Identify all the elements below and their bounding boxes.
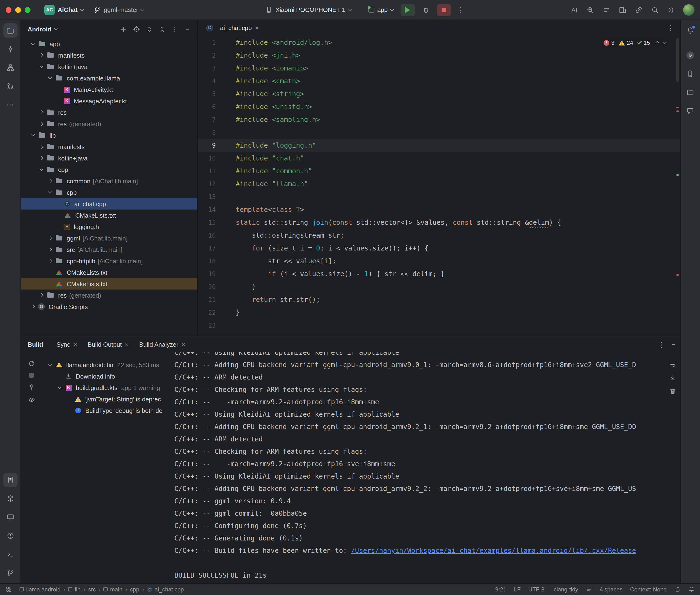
project-toolwindow-button[interactable]: [3, 23, 18, 38]
editor-scrollbar[interactable]: [676, 38, 679, 82]
user-avatar[interactable]: [683, 4, 694, 16]
build-tree-item-buildtype-debug-is-both-de[interactable]: iBuildType 'debug' is both de: [42, 405, 170, 416]
stripe-mark[interactable]: [676, 111, 678, 112]
tree-item-gradle-scripts[interactable]: GGradle Scripts: [21, 301, 197, 312]
debug-button[interactable]: [418, 4, 433, 16]
more-toolwindows-button[interactable]: ⋯: [3, 97, 18, 112]
panel-options-button[interactable]: ⋮: [169, 23, 180, 35]
project-widget[interactable]: AC AiChat: [41, 3, 87, 17]
tree-item-src[interactable]: src [AiChat.lib.main]: [21, 244, 197, 255]
code-line-16[interactable]: 16 std::ostringstream str;: [198, 229, 680, 242]
device-selector[interactable]: Xiaomi POCOPHONE F1: [262, 4, 355, 15]
workspace-grid-icon[interactable]: [6, 586, 12, 592]
caret-position[interactable]: 9:21: [495, 586, 506, 593]
code-line-9[interactable]: 9#include "logging.h": [198, 139, 680, 152]
task-list-button[interactable]: [599, 4, 613, 16]
stripe-mark[interactable]: [676, 274, 678, 276]
editor-tab-ai-chat-cpp[interactable]: C ai_chat.cpp ×: [201, 20, 263, 36]
chevron-down-icon[interactable]: [45, 191, 55, 194]
code-line-15[interactable]: 15static std::string join(const std::vec…: [198, 216, 680, 229]
code-line-6[interactable]: 6#include <unistd.h>: [198, 101, 680, 113]
run-button[interactable]: [400, 4, 415, 16]
commit-toolwindow-button[interactable]: [3, 42, 18, 56]
prev-problem-button[interactable]: [655, 41, 659, 45]
gradle-toolwindow-button[interactable]: G: [683, 48, 697, 62]
tree-item-app[interactable]: app: [21, 38, 197, 50]
breadcrumb-ai-chat-cpp[interactable]: Cai_chat.cpp: [147, 586, 184, 593]
tree-item-cmakelists-txt[interactable]: CMakeLists.txt: [21, 209, 197, 221]
breadcrumb-src[interactable]: src: [88, 586, 96, 593]
chevron-right-icon[interactable]: [45, 179, 55, 182]
build-console[interactable]: C/C++: -- Using KleidiAI optimized kerne…: [170, 352, 680, 583]
tree-item-ggml[interactable]: ggml [AiChat.lib.main]: [21, 232, 197, 244]
code-line-11[interactable]: 11#include "common.h": [198, 165, 680, 178]
build-tab-build-analyzer[interactable]: Build Analyzer×: [134, 338, 190, 350]
settings-button[interactable]: [664, 4, 678, 16]
stop-sync-icon[interactable]: [29, 373, 34, 378]
indent-style[interactable]: 4 spaces: [600, 586, 623, 593]
code-line-2[interactable]: 2#include <jni.h>: [198, 49, 680, 62]
expand-all-button[interactable]: [143, 23, 155, 35]
structure-toolwindow-button[interactable]: [3, 60, 18, 75]
chevron-down-icon[interactable]: [54, 26, 58, 30]
tree-item-logging-h[interactable]: Hlogging.h: [21, 221, 197, 232]
tree-item-cmakelists-txt[interactable]: CMakeLists.txt: [21, 267, 197, 278]
tree-item-kotlin-java[interactable]: kotlin+java: [21, 61, 197, 73]
context-indicator[interactable]: Context: None: [630, 586, 667, 593]
breadcrumb-cpp[interactable]: cpp: [130, 586, 139, 593]
stop-button[interactable]: [437, 4, 451, 16]
tree-item-cmakelists-txt[interactable]: CMakeLists.txt: [21, 278, 197, 289]
vcs-branch-widget[interactable]: ggml-master: [90, 4, 147, 15]
scroll-to-end-icon[interactable]: [669, 374, 676, 381]
chevron-down-icon[interactable]: [28, 134, 38, 137]
tree-item-kotlin-java[interactable]: kotlin+java: [21, 152, 197, 164]
logcat-toolwindow-button[interactable]: [3, 473, 18, 487]
project-view-mode[interactable]: Android: [28, 26, 52, 33]
new-file-button[interactable]: [118, 23, 129, 35]
build-tree-item-jvmtarget-string-is-deprec[interactable]: 'jvmTarget: String' is deprec: [42, 393, 170, 405]
hide-panel-button[interactable]: −: [182, 23, 193, 35]
build-panel-title[interactable]: Build: [28, 341, 43, 348]
build-tab-sync[interactable]: Sync×: [52, 338, 82, 350]
status-notifications-icon[interactable]: [688, 586, 694, 592]
tree-item-messageadapter-kt[interactable]: KMessageAdapter.kt: [21, 95, 197, 107]
chevron-right-icon[interactable]: [45, 237, 55, 239]
editor-options-menu[interactable]: ⋮: [665, 24, 680, 31]
inspections-widget[interactable]: !3 24 15: [601, 38, 668, 47]
tree-item-cpp[interactable]: cpp: [21, 187, 197, 198]
breadcrumb-lib[interactable]: lib: [68, 586, 81, 593]
build-output-path-link[interactable]: /Users/hanyin/Workspace/ai-chat/examples…: [351, 547, 636, 554]
tree-item-manifests[interactable]: manifests: [21, 141, 197, 152]
device-file-explorer-button[interactable]: [683, 85, 697, 100]
next-problem-button[interactable]: [662, 40, 666, 44]
chevron-right-icon[interactable]: [36, 122, 47, 125]
lock-icon[interactable]: [674, 586, 680, 592]
terminal-toolwindow-button[interactable]: [3, 547, 18, 561]
pull-requests-toolwindow-button[interactable]: [3, 79, 18, 93]
close-icon[interactable]: ×: [74, 341, 77, 347]
tree-item-manifests[interactable]: manifests: [21, 50, 197, 61]
minimize-window-button[interactable]: [15, 7, 21, 12]
close-icon[interactable]: ×: [255, 25, 259, 31]
soft-wrap-icon[interactable]: [669, 361, 676, 368]
chevron-right-icon[interactable]: [36, 157, 47, 160]
chevron-right-icon[interactable]: [28, 305, 38, 308]
chevron-down-icon[interactable]: [45, 77, 55, 80]
code-line-13[interactable]: 13: [198, 191, 680, 203]
chevron-down-icon[interactable]: [28, 42, 38, 45]
chevron-down-icon[interactable]: [36, 65, 47, 68]
build-tree-item-build-gradle-kts[interactable]: Kbuild.gradle.ktsapp 1 warning: [42, 382, 170, 393]
code-line-19[interactable]: 19 if (i < values.size() - 1) { str << d…: [198, 267, 680, 281]
code-line-7[interactable]: 7#include <sampling.h>: [198, 113, 680, 126]
version-control-toolwindow-button[interactable]: [3, 565, 18, 580]
link-button[interactable]: [632, 4, 646, 16]
code-line-17[interactable]: 17 for (size_t i = 0; i < values.size();…: [198, 242, 680, 255]
breadcrumb-main[interactable]: main: [103, 586, 122, 593]
run-configuration-selector[interactable]: app: [365, 4, 397, 15]
pin-icon[interactable]: [28, 383, 35, 391]
close-icon[interactable]: ×: [182, 341, 185, 347]
chevron-right-icon[interactable]: [45, 248, 55, 251]
device-manager-toolwindow-button[interactable]: [683, 67, 697, 81]
build-tree-item-download-info[interactable]: Download info: [42, 370, 170, 382]
code-line-10[interactable]: 10#include "chat.h": [198, 152, 680, 165]
